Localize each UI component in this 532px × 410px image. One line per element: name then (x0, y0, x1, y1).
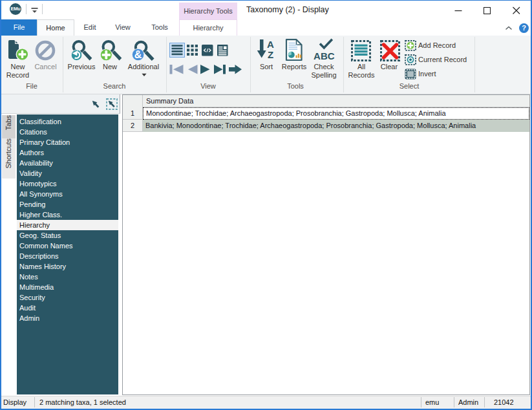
svg-text:ABC: ABC (314, 50, 335, 60)
svg-text:A: A (267, 39, 274, 50)
svg-text:Z: Z (268, 49, 273, 59)
svg-text:&: & (134, 49, 142, 60)
